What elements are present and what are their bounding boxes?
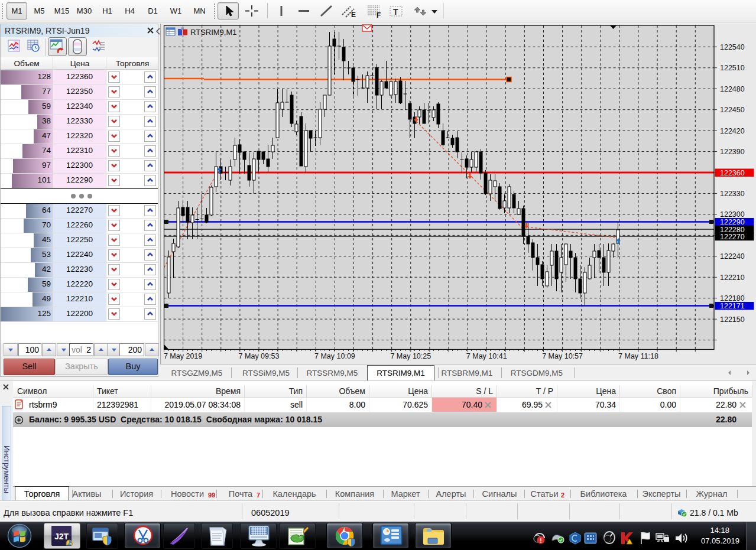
svg-text:122540: 122540 [720,43,745,51]
svg-text:7 May 10:25: 7 May 10:25 [390,352,431,360]
svg-text:7 May 10:09: 7 May 10:09 [314,352,355,360]
svg-text:122450: 122450 [720,106,745,114]
svg-text:122150: 122150 [720,315,745,324]
svg-text:7 May 09:53: 7 May 09:53 [239,352,280,360]
svg-text:122210: 122210 [720,274,745,282]
svg-text:!: ! [540,538,541,544]
svg-text:RTSRIM9,M1: RTSRIM9,M1 [190,28,237,37]
svg-text:122360: 122360 [720,169,745,177]
svg-text:T: T [393,7,398,17]
svg-text:7 May 2019: 7 May 2019 [164,352,202,360]
svg-text:E: E [351,11,356,19]
svg-text:J2T: J2T [54,532,69,541]
svg-text:122420: 122420 [720,127,745,135]
svg-text:122270: 122270 [720,233,745,241]
svg-text:122240: 122240 [720,252,745,261]
svg-text:7 May 10:57: 7 May 10:57 [542,352,583,360]
svg-text:7 May 11:18: 7 May 11:18 [618,352,658,360]
svg-text:7 May 10:41: 7 May 10:41 [466,352,507,360]
svg-text:122171: 122171 [720,302,745,310]
svg-text:122330: 122330 [720,190,745,198]
svg-text:F: F [377,11,381,19]
svg-text:122510: 122510 [720,64,745,72]
svg-text:122390: 122390 [720,148,745,156]
svg-text:122480: 122480 [720,85,745,93]
